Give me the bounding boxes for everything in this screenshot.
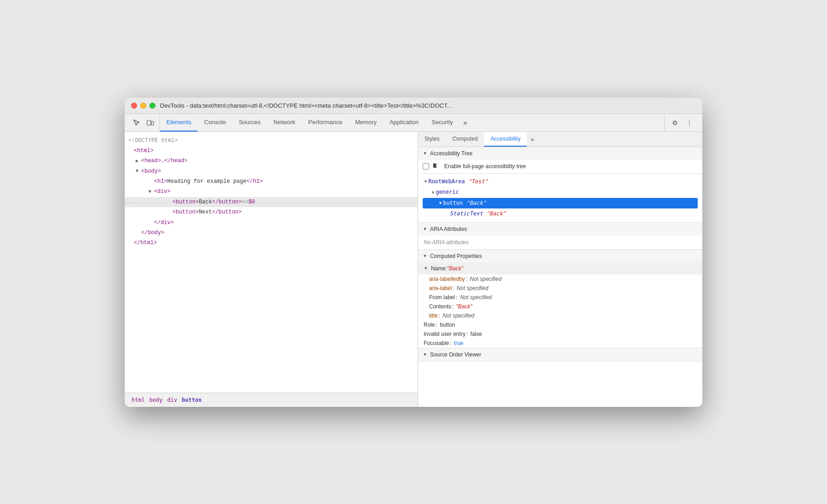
tree-row-button-back[interactable]: ▼ button "Back": [423, 198, 698, 209]
devtools-window: DevTools - data:text/html;charset=utf-8,…: [125, 98, 702, 407]
tab-elements[interactable]: Elements: [160, 114, 198, 131]
breadcrumb-button[interactable]: button: [180, 396, 204, 404]
breadcrumb-div[interactable]: div: [165, 396, 180, 404]
devtools-main: <!DOCTYPE html> <html> ▶ <head>…</head>: [125, 132, 702, 407]
breadcrumb-html[interactable]: html: [129, 396, 147, 404]
comp-value: "Back": [456, 303, 472, 310]
accessibility-tree-header[interactable]: ▼ Accessibility Tree: [418, 147, 702, 160]
dom-line[interactable]: </html>: [125, 238, 418, 248]
dom-line[interactable]: </div>: [125, 218, 418, 228]
traffic-lights: [131, 103, 155, 109]
comp-value: Not specified: [470, 276, 502, 282]
tabs-list: Elements Console Sources Network Perform…: [160, 114, 664, 131]
aria-empty-label: No ARIA attributes: [424, 239, 469, 246]
computed-name-value: "Back": [447, 265, 463, 272]
devtools-toolbar: Elements Console Sources Network Perform…: [125, 114, 702, 132]
tabs-overflow-button[interactable]: »: [459, 114, 471, 131]
computed-name-row: ▼ Name: "Back": [418, 263, 702, 274]
computed-content: ▼ Name: "Back" aria-labelledby: Not spec…: [418, 263, 702, 348]
dom-line[interactable]: ▶ <head>…</head>: [125, 156, 418, 166]
toolbar-right: ⚙ ⋮: [664, 114, 700, 131]
svg-rect-0: [147, 121, 151, 125]
enable-accessibility-label: Enable full-page accessibility tree: [444, 163, 526, 170]
section-title: Computed Properties: [430, 253, 482, 259]
comp-key: title: [429, 312, 438, 319]
tab-accessibility[interactable]: Accessibility: [484, 132, 527, 147]
aria-attributes-header[interactable]: ▼ ARIA Attributes: [418, 223, 702, 236]
dom-line-selected[interactable]: ... <button>Back</button> == $0: [125, 197, 418, 207]
tree-row-statictext-back[interactable]: StaticText "Back": [423, 208, 698, 219]
close-button[interactable]: [131, 103, 137, 109]
computed-row: Focusable: true: [418, 339, 702, 348]
tab-memory[interactable]: Memory: [349, 114, 383, 131]
dom-line[interactable]: <html>: [125, 146, 418, 156]
settings-icon[interactable]: ⚙: [668, 116, 681, 129]
computed-properties-header[interactable]: ▼ Computed Properties: [418, 250, 702, 263]
comp-value: false: [470, 331, 482, 337]
tree-node: ▼ RootWebArea "Test" ▼ generic: [423, 176, 698, 219]
right-content: ▼ Accessibility Tree Enable full-page ac…: [418, 147, 702, 407]
comp-value: true: [454, 340, 463, 346]
tab-security[interactable]: Security: [425, 114, 459, 131]
computed-row: aria-label: Not specified: [418, 284, 702, 293]
computed-name-label: Name:: [431, 265, 447, 272]
minimize-button[interactable]: [140, 103, 146, 109]
right-tabs-overflow[interactable]: »: [527, 132, 538, 147]
comp-value: Not specified: [442, 312, 474, 319]
elements-panel: <!DOCTYPE html> <html> ▶ <head>…</head>: [125, 132, 418, 407]
right-tabs: Styles Computed Accessibility »: [418, 132, 702, 147]
computed-row: Role: button: [418, 320, 702, 329]
dom-line[interactable]: ▼ <body>: [125, 166, 418, 176]
titlebar: DevTools - data:text/html;charset=utf-8,…: [125, 98, 702, 114]
comp-key: aria-label: [429, 285, 452, 291]
computed-row: Invalid user entry: false: [418, 329, 702, 339]
breadcrumb: html body div button: [125, 393, 418, 407]
source-order-viewer-header[interactable]: ▼ Source Order Viewer: [418, 348, 702, 361]
tree-row-generic[interactable]: ▼ generic: [423, 187, 698, 198]
expand-arrow-icon: ▼: [423, 226, 427, 231]
window-title: DevTools - data:text/html;charset=utf-8,…: [160, 102, 696, 109]
expand-arrow-icon: ▼: [423, 151, 427, 156]
tab-computed[interactable]: Computed: [446, 132, 484, 147]
enable-accessibility-row: Enable full-page accessibility tree: [418, 160, 702, 174]
dom-line[interactable]: ▼ <div>: [125, 186, 418, 197]
accessibility-tree-section: ▼ Accessibility Tree Enable full-page ac…: [418, 147, 702, 223]
tab-performance[interactable]: Performance: [302, 114, 348, 131]
device-toolbar-icon[interactable]: [144, 116, 157, 129]
computed-properties-section: ▼ Computed Properties ▼ Name: "Back" ari…: [418, 250, 702, 348]
dom-line[interactable]: </body>: [125, 228, 418, 238]
aria-attributes-section: ▼ ARIA Attributes No ARIA attributes: [418, 223, 702, 250]
dom-line[interactable]: <h1>Heading for example page</h1>: [125, 176, 418, 186]
maximize-button[interactable]: [149, 103, 155, 109]
inspect-element-icon[interactable]: [130, 116, 143, 129]
computed-row: aria-labelledby: Not specified: [418, 274, 702, 284]
toolbar-icons: [127, 114, 160, 131]
tree-row-rootwebarea[interactable]: ▼ RootWebArea "Test": [423, 176, 698, 187]
tab-network[interactable]: Network: [267, 114, 302, 131]
dom-line[interactable]: <button>Next</button>: [125, 207, 418, 217]
breadcrumb-body[interactable]: body: [147, 396, 165, 404]
section-title: ARIA Attributes: [430, 226, 467, 232]
source-order-viewer-section: ▼ Source Order Viewer: [418, 348, 702, 362]
expand-arrow-icon: ▼: [423, 352, 427, 357]
comp-value: Not specified: [457, 285, 488, 291]
accessibility-tree: ▼ RootWebArea "Test" ▼ generic: [418, 174, 702, 222]
tab-sources[interactable]: Sources: [232, 114, 267, 131]
expand-arrow-icon: ▼: [424, 266, 428, 271]
more-options-icon[interactable]: ⋮: [683, 116, 696, 129]
tab-console[interactable]: Console: [198, 114, 232, 131]
computed-row: title: Not specified: [418, 311, 702, 320]
computed-row: From label: Not specified: [418, 293, 702, 302]
enable-accessibility-checkbox[interactable]: [423, 163, 429, 170]
section-title: Source Order Viewer: [430, 351, 481, 358]
comp-key: aria-labelledby: [429, 276, 465, 282]
dom-tree[interactable]: <!DOCTYPE html> <html> ▶ <head>…</head>: [125, 132, 418, 393]
tab-application[interactable]: Application: [383, 114, 425, 131]
tab-styles[interactable]: Styles: [418, 132, 446, 147]
section-title: Accessibility Tree: [430, 150, 473, 157]
comp-value: button: [440, 322, 455, 328]
computed-row: Contents: "Back": [418, 302, 702, 311]
flag-icon: [433, 163, 439, 169]
dom-line[interactable]: <!DOCTYPE html>: [125, 136, 418, 146]
right-panel: Styles Computed Accessibility » ▼ Access…: [418, 132, 702, 407]
